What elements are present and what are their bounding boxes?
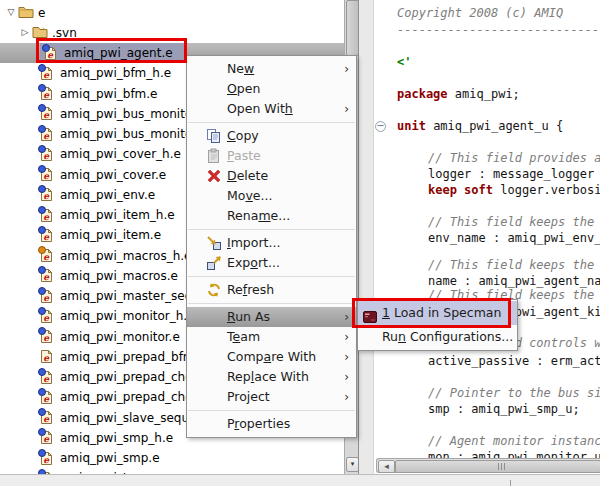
tree-item-label: amiq_pwi_bfm_h.e [60,65,171,80]
blue-decorator-icon [38,145,46,153]
e-file-icon: e [40,186,56,202]
e-file-icon: e [40,348,56,364]
code-line: logger : message_logger i [428,167,600,181]
context-menu: New›OpenOpen With›CopyPasteDeleteMove...… [186,55,357,438]
code-segment: amiq_pwi_agent_u { [426,119,563,133]
menu-item-properties[interactable]: Properties [187,414,356,434]
menu-item-copy[interactable]: Copy [187,126,356,146]
submenu-item-label: Run Configurations... [382,329,513,344]
code-segment: name : amiq_pwi_agent_nam [428,274,600,288]
menu-item-open[interactable]: Open [187,79,356,99]
editor-left-ruler [359,0,374,474]
e-file-icon: e [40,308,56,324]
tree-item[interactable]: eamiq_pwi_smp.e [0,448,358,468]
tree-item-label: amiq_pwi_prepad_bfm.e [60,349,206,364]
code-line: smp : amiq_pwi_smp_u; [428,402,580,416]
e-file-icon: e [40,105,56,121]
submenu-arrow-icon: › [344,387,349,407]
tree-item-label: amiq_pwi_item.e [60,227,161,242]
eclipse-workbench: ▽e▷.svneamiq_pwi_agent.eeamiq_pwi_bfm_h.… [0,0,600,486]
tree-item[interactable]: ▽e [0,2,348,22]
menu-item-new[interactable]: New› [187,59,356,79]
blue-decorator-icon [38,287,46,295]
e-file-icon: e [40,65,56,81]
e-file-icon: e [40,207,56,223]
expand-icon[interactable]: ▷ [18,27,32,37]
code-segment: ----------------------------------------… [397,23,600,37]
fold-collapse-icon[interactable]: − [375,121,386,132]
blue-decorator-icon [38,368,46,376]
blue-decorator-icon [38,388,46,396]
menu-item-run-as[interactable]: Run As› [187,307,356,327]
submenu-arrow-icon: › [344,327,349,347]
code-segment: // This field provides a [428,151,600,165]
menu-item-label: Team [227,329,260,344]
code-segment: env_name : amiq_pwi_env_n [428,231,600,245]
paste-icon [206,148,222,164]
menu-item-export[interactable]: Export... [187,253,356,273]
menu-item-import[interactable]: Import... [187,233,356,253]
menu-item-label: Open With [227,101,293,116]
code-segment: // Pointer to the bus sig [428,386,600,400]
code-line: // This field keeps the m [428,215,600,229]
blue-decorator-icon [38,449,46,457]
menu-item-label: Project [227,389,270,404]
menu-item-rename[interactable]: Rename... [187,206,356,226]
editor-fold-ruler[interactable]: − [374,0,394,458]
editor-hscrollbar-thumb[interactable] [395,460,600,473]
blue-decorator-icon [38,206,46,214]
e-file-icon: e [40,328,56,344]
e-file-icon: e [40,409,56,425]
refresh-icon [206,282,222,298]
e-file-icon: e [40,166,56,182]
tree-item-label: amiq_pwi_smp_h.e [60,430,173,445]
blue-decorator-icon [38,327,46,335]
code-segment: unit [397,119,426,133]
tree-item-label: amiq_pwi_cover.e [60,167,166,182]
menu-item-move[interactable]: Move... [187,186,356,206]
submenu-arrow-icon: › [344,367,349,387]
scroll-left-icon[interactable]: ◂ [378,460,395,473]
menu-item-label: Paste [227,148,261,163]
e-file-icon: e [40,146,56,162]
blue-decorator-icon [38,307,46,315]
tree-item-label: amiq_pwi_monitor_h.e [60,308,195,323]
code-editor[interactable]: − Copyright 2008 (c) AMIQ---------------… [358,0,600,474]
submenu-arrow-icon: › [344,59,349,79]
code-segment: // This field keeps the a [428,258,600,272]
menu-item-team[interactable]: Team› [187,327,356,347]
code-line: // This field provides a [428,151,600,165]
menu-item-label: Rename... [227,208,290,223]
import-icon [206,235,222,251]
menu-item-compare-with[interactable]: Compare With› [187,347,356,367]
menu-item-replace-with[interactable]: Replace With› [187,367,356,387]
blue-decorator-icon [38,64,46,72]
submenu-arrow-icon: › [344,347,349,367]
code-line: active_passive : erm_acti [428,354,600,368]
editor-hscrollbar[interactable]: ◂ [376,458,600,473]
code-segment: // This field keeps the m [428,215,600,229]
e-file-icon: e [40,267,56,283]
code-line: // This field keeps the a [428,258,600,272]
code-line: unit amiq_pwi_agent_u { [397,119,563,133]
menu-item-delete[interactable]: Delete [187,166,356,186]
menu-item-refresh[interactable]: Refresh [187,280,356,300]
code-segment: package [397,87,448,101]
code-line: keep soft logger.verbosit [428,183,600,197]
menu-separator [188,229,355,230]
tree-item-label: amiq_pwi_bfm.e [60,86,158,101]
e-file-icon: e [40,227,56,243]
blue-decorator-icon [38,165,46,173]
status-divider [510,480,511,486]
submenu-item-run-configurations[interactable]: Run Configurations... [358,325,517,349]
menu-item-label: Replace With [227,369,309,384]
submenu-arrow-icon: › [344,307,349,327]
menu-item-project[interactable]: Project› [187,387,356,407]
collapse-icon[interactable]: ▽ [4,7,18,17]
menu-item-open-with[interactable]: Open With› [187,99,356,119]
menu-item-label: Delete [227,168,268,183]
orange-decorator-icon [38,246,46,254]
menu-separator [188,410,355,411]
e-file-icon: e [40,288,56,304]
menu-separator [188,122,355,123]
